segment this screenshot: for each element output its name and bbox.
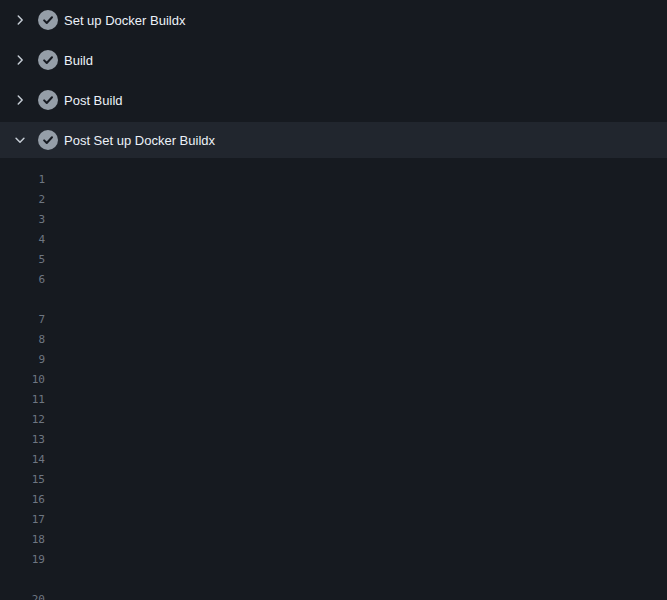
log-line-number[interactable]: 18 <box>0 530 45 550</box>
log-row: 5 time="2021-04-23T18:02:37Z" level=warn… <box>0 250 667 270</box>
log-line-content: Post job cleanup. <box>45 170 215 190</box>
log-line-content: time="2021-04-23T18:02:38Z" level=debug … <box>45 410 667 430</box>
steps-list: Set up Docker Buildx Build <box>0 0 667 158</box>
step-label: Set up Docker Buildx <box>64 13 185 28</box>
step-label: Post Build <box>64 93 123 108</box>
chevron-right-icon <box>12 12 28 28</box>
log-line-content: time="2021-04-23T18:02:38Z" level=debug … <box>45 490 586 510</box>
log-line-number[interactable]: 4 <box>0 230 45 250</box>
log-row: 8 time="2021-04-23T18:02:37Z" level=info… <box>0 330 667 350</box>
log-line-content: time="2021-04-23T18:02:38Z" level=debug … <box>45 590 667 600</box>
log-row: 18 time="2021-04-23T18:02:38Z" level=deb… <box>0 530 667 550</box>
log-row: 1 Post job cleanup. <box>0 170 667 190</box>
log-line-content: application/vnd.oci.image.index.v1+json,… <box>45 570 667 590</box>
log-line-number[interactable]: 13 <box>0 430 45 450</box>
step-row[interactable]: Set up Docker Buildx <box>0 0 667 40</box>
log-line-content: time="2021-04-23T18:02:37Z" level=info m… <box>45 370 667 390</box>
log-line-number[interactable] <box>0 290 45 310</box>
log-line-content: ▼ BuildKit container logs <box>45 190 255 210</box>
log-row: 16 time="2021-04-23T18:02:38Z" level=deb… <box>0 490 667 510</box>
log-line-number[interactable]: 16 <box>0 490 45 510</box>
log-line-number[interactable]: 5 <box>0 250 45 270</box>
log-row: 3 /usr/bin/docker logs buildx_buildkit_b… <box>0 210 667 230</box>
log-line-number[interactable]: 17 <box>0 510 45 530</box>
log-row: 19 time="2021-04-23T18:02:38Z" level=deb… <box>0 550 667 570</box>
log-line-number[interactable]: 6 <box>0 270 45 290</box>
log-line-number[interactable]: 11 <box>0 390 45 410</box>
log-line-content: time="2021-04-23T18:02:37Z" level=info m… <box>45 270 667 290</box>
log-row: 20 time="2021-04-23T18:02:38Z" level=deb… <box>0 590 667 600</box>
log-line-content: time="2021-04-23T18:02:38Z" level=debug … <box>45 510 667 530</box>
log-row: 6 time="2021-04-23T18:02:37Z" level=info… <box>0 270 667 290</box>
log-line-number[interactable]: 12 <box>0 410 45 430</box>
log-row: 9 time="2021-04-23T18:02:37Z" level=warn… <box>0 350 667 370</box>
check-circle-icon <box>38 50 58 70</box>
step-row[interactable]: Post Set up Docker Buildx <box>0 122 667 158</box>
log-line-number[interactable]: 8 <box>0 330 45 350</box>
log-viewer: 1 Post job cleanup. 2 ▼ BuildKit contain… <box>0 158 667 600</box>
log-line-number[interactable]: 9 <box>0 350 45 370</box>
step-row[interactable]: Post Build <box>0 80 667 120</box>
step-label: Post Set up Docker Buildx <box>64 133 215 148</box>
log-line-content: time="2021-04-23T18:02:38Z" level=debug … <box>45 450 667 470</box>
log-line-number[interactable]: 7 <box>0 310 45 330</box>
log-line-content: time="2021-04-23T18:02:38Z" level=debug … <box>45 550 667 570</box>
log-line-content: time="2021-04-23T18:02:37Z" level=info m… <box>45 230 633 250</box>
log-line-number[interactable]: 2 <box>0 190 45 210</box>
check-circle-icon <box>38 10 58 30</box>
log-row: 12 time="2021-04-23T18:02:38Z" level=deb… <box>0 410 667 430</box>
log-line-number[interactable]: 14 <box>0 450 45 470</box>
log-row: 17 time="2021-04-23T18:02:38Z" level=deb… <box>0 510 667 530</box>
log-row: 14 time="2021-04-23T18:02:38Z" level=deb… <box>0 450 667 470</box>
log-line-content: time="2021-04-23T18:02:38Z" level=debug … <box>45 390 520 410</box>
chevron-right-icon <box>12 52 28 68</box>
check-circle-icon <box>38 130 58 150</box>
log-row: 15 time="2021-04-23T18:02:38Z" level=deb… <box>0 470 667 490</box>
log-line-content: time="2021-04-23T18:02:37Z" level=warnin… <box>45 310 667 330</box>
log-line-number[interactable]: 19 <box>0 550 45 570</box>
log-line-content: time="2021-04-23T18:02:37Z" level=warnin… <box>45 350 667 370</box>
log-row: application/vnd.oci.image.index.v1+json,… <box>0 570 667 590</box>
log-line-content: linux/riscv64 linux/ppc64le linux/s390x … <box>45 290 619 310</box>
log-row: 10 time="2021-04-23T18:02:37Z" level=inf… <box>0 370 667 390</box>
log-line-content: time="2021-04-23T18:02:37Z" level=warnin… <box>45 250 652 270</box>
log-line-number[interactable]: 20 <box>0 590 45 600</box>
step-row[interactable]: Build <box>0 40 667 80</box>
chevron-down-icon <box>12 132 28 148</box>
step-label: Build <box>64 53 93 68</box>
log-line-content: time="2021-04-23T18:02:37Z" level=info m… <box>45 330 667 350</box>
log-line-content: time="2021-04-23T18:02:38Z" level=debug … <box>45 470 667 490</box>
log-row: 13 time="2021-04-23T18:02:38Z" level=deb… <box>0 430 667 450</box>
log-line-number[interactable]: 3 <box>0 210 45 230</box>
log-row: 4 time="2021-04-23T18:02:37Z" level=info… <box>0 230 667 250</box>
log-line-content: time="2021-04-23T18:02:38Z" level=debug … <box>45 530 639 550</box>
log-row: linux/riscv64 linux/ppc64le linux/s390x … <box>0 290 667 310</box>
chevron-right-icon <box>12 92 28 108</box>
check-circle-icon <box>38 90 58 110</box>
log-line-number[interactable]: 1 <box>0 170 45 190</box>
log-line-number[interactable] <box>0 570 45 590</box>
log-line-number[interactable]: 10 <box>0 370 45 390</box>
log-row: 2 ▼ BuildKit container logs <box>0 190 667 210</box>
log-row: 11 time="2021-04-23T18:02:38Z" level=deb… <box>0 390 667 410</box>
log-line-content: /usr/bin/docker logs buildx_buildkit_bui… <box>45 210 659 230</box>
log-row: 7 time="2021-04-23T18:02:37Z" level=warn… <box>0 310 667 330</box>
log-line-number[interactable]: 15 <box>0 470 45 490</box>
log-line-content: time="2021-04-23T18:02:38Z" level=debug … <box>45 430 586 450</box>
